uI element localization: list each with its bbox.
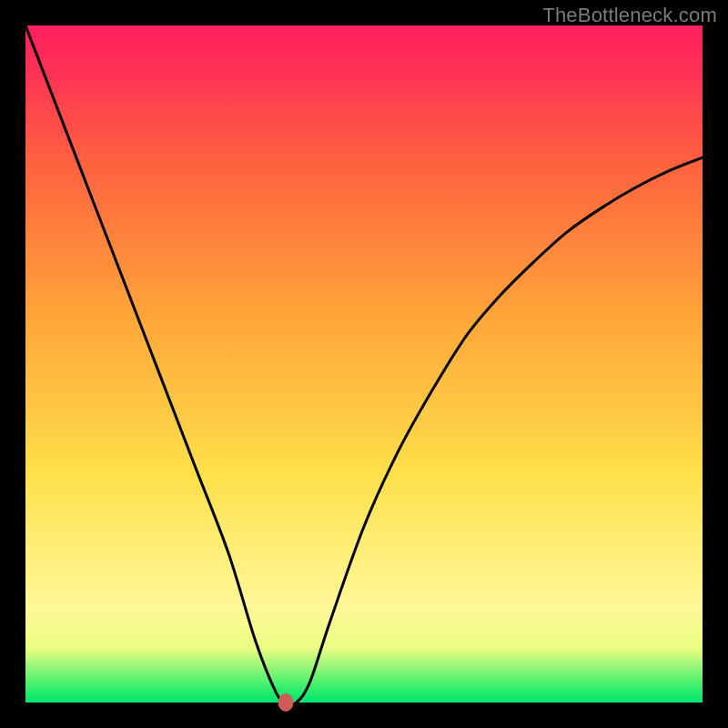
optimal-point-marker	[278, 693, 294, 712]
plot-area	[25, 25, 703, 703]
bottleneck-curve	[25, 25, 703, 703]
watermark-label: TheBottleneck.com	[542, 4, 717, 27]
